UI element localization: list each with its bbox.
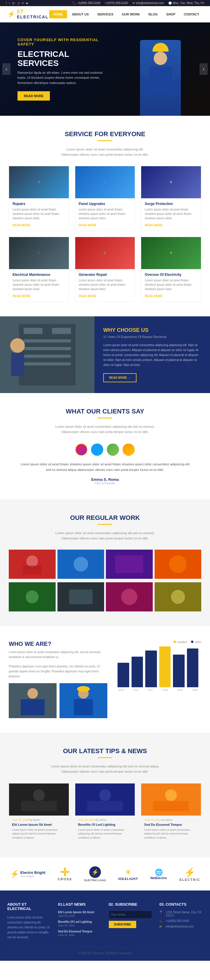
avatar-mike[interactable] bbox=[123, 444, 135, 456]
svg-rect-17 bbox=[23, 566, 41, 574]
top-email: ✉ info@etelectrical.com bbox=[132, 2, 164, 5]
partner-electric-logo[interactable]: ⚡ ELECTRIC LOGO bbox=[84, 866, 106, 882]
who-left-content: WHO WE ARE? Lorem ipsum dolor sit amet c… bbox=[9, 641, 107, 718]
top-phone-1: 📞 +1(800) 555-0100 bbox=[72, 2, 100, 5]
footer-email-input[interactable] bbox=[109, 911, 152, 918]
logo-name: ELECTRICAL bbox=[17, 15, 49, 19]
chart-label-2020: 2020 bbox=[189, 689, 201, 691]
twitter-icon[interactable]: t bbox=[9, 2, 10, 5]
partner-idealight[interactable]: ☀ IDEALIGHT bbox=[118, 867, 138, 881]
news-date-3: June 25, 2018 By admin bbox=[144, 818, 198, 821]
youtube-icon[interactable]: ▶ bbox=[26, 2, 29, 5]
google-plus-icon[interactable]: g+ bbox=[12, 2, 16, 5]
phone-icon: 📞 bbox=[72, 2, 76, 5]
chart-label-2017: 2017 bbox=[145, 689, 157, 691]
who-images bbox=[9, 683, 107, 718]
facebook-icon[interactable]: f bbox=[6, 2, 7, 5]
top-phone-2: +1(975) 665-0160 bbox=[105, 2, 128, 5]
partner-electro-bright[interactable]: ⚡ Electro Bright Your slogan bbox=[10, 870, 46, 878]
footer-news-link-2[interactable]: Benefits Of Led Lighting bbox=[58, 920, 102, 923]
worker-helmet bbox=[153, 43, 169, 52]
service-card-maintenance: 🔌 Electrical Maintenance Lorem ipsum dol… bbox=[9, 237, 69, 302]
footer-news-date-1: June 25, 2018 bbox=[58, 915, 102, 917]
main-nav: HOME ABOUT US SERVICES OUR WORK BLOG SHO… bbox=[49, 10, 203, 18]
service-link-generator[interactable]: read more bbox=[79, 294, 97, 298]
service-link-maintenance[interactable]: read more bbox=[13, 294, 30, 298]
service-link-panel[interactable]: read more bbox=[79, 224, 97, 227]
service-card-overuse: 💡 Overuse Of Electricity Lorem ipsum dol… bbox=[141, 237, 201, 302]
nav-blog[interactable]: BLOG bbox=[145, 10, 161, 18]
nav-shop[interactable]: SHOP bbox=[163, 10, 179, 18]
svg-rect-44 bbox=[87, 801, 123, 811]
nav-about[interactable]: ABOUT US bbox=[68, 10, 92, 18]
footer-col-news: 01.LAST NEWS Elit Lorem Ipsum Sit Amet J… bbox=[58, 902, 102, 940]
avatar-emma[interactable] bbox=[75, 444, 88, 456]
social-icons: f t g+ p in ▶ bbox=[6, 2, 29, 5]
services-divider bbox=[98, 140, 112, 141]
service-img-maintenance: 🔌 bbox=[9, 237, 69, 269]
footer-news-link-3[interactable]: Sed Do Eiusmod Tempor bbox=[58, 930, 102, 933]
footer-col-contacts: 03. CONTACTS 📍 1234 Street Name, City, X… bbox=[159, 902, 203, 940]
regular-work-divider bbox=[98, 524, 112, 525]
svg-point-16 bbox=[26, 555, 38, 567]
service-text-maintenance: Lorem ipsum dolor sit amet finiam shoelo… bbox=[13, 278, 65, 291]
svg-point-38 bbox=[77, 686, 90, 692]
nav-services[interactable]: SERVICES bbox=[94, 10, 117, 18]
partner-cross[interactable]: ✛ CROSS bbox=[58, 867, 72, 881]
hero-read-more-button[interactable]: READ MORE bbox=[18, 91, 50, 100]
logo-text: ET ELECTRICAL bbox=[17, 9, 49, 19]
footer-about-text: Lorem ipsum dolor sit amet consectetur a… bbox=[7, 915, 51, 940]
service-text-overuse: Lorem ipsum dolor sit amet finiam shoelo… bbox=[145, 278, 197, 291]
svg-rect-27 bbox=[69, 590, 92, 604]
electric-logo-label: ELECTRIC LOGO bbox=[84, 879, 106, 882]
chart-legend-label: Installed bbox=[177, 641, 187, 644]
testimonial-name: Emma S. Roma bbox=[9, 477, 201, 482]
pinterest-icon[interactable]: p bbox=[18, 2, 19, 5]
chart-bar-2019 bbox=[173, 655, 185, 687]
linkedin-icon[interactable]: in bbox=[22, 2, 24, 5]
news-excerpt-3: Lorem ipsum dolor sit amet consectetur a… bbox=[144, 828, 198, 840]
service-link-repairs[interactable]: read more bbox=[13, 224, 30, 227]
nav-home[interactable]: HOME bbox=[49, 10, 67, 18]
chart-bar-2016 bbox=[132, 657, 143, 687]
top-bar: f t g+ p in ▶ 📞 +1(800) 555-0100 +1(975)… bbox=[0, 0, 210, 6]
nav-contact[interactable]: CONTACT bbox=[180, 10, 203, 18]
svg-point-31 bbox=[171, 590, 185, 604]
footer-news-link-1[interactable]: Elit Lorem Ipsum Sit Amet bbox=[58, 911, 102, 914]
who-text-1: Lorem ipsum dolor sit amet consectetur a… bbox=[9, 650, 107, 660]
service-img-repairs: ⚡ bbox=[9, 166, 69, 198]
service-img-surge: 🛡️ bbox=[141, 166, 201, 198]
netelectric-label: NetElectric bbox=[151, 876, 167, 880]
service-title-panel: Panel Upgrades bbox=[79, 202, 132, 206]
nav-work[interactable]: OUR WORK bbox=[118, 10, 143, 18]
service-link-surge[interactable]: read more bbox=[145, 224, 162, 227]
service-link-overuse[interactable]: read more bbox=[145, 294, 162, 298]
svg-rect-10 bbox=[24, 347, 71, 350]
service-text-generator: Lorem ipsum dolor sit amet finiam shoelo… bbox=[79, 278, 132, 291]
partner-electric[interactable]: ⚡ ELECTRIC bbox=[180, 867, 200, 881]
header: ⚡ ET ELECTRICAL HOME ABOUT US SERVICES O… bbox=[0, 6, 210, 22]
svg-point-46 bbox=[165, 789, 177, 801]
chart-label-2018: 2018 bbox=[159, 689, 172, 691]
hero-prev-arrow[interactable]: ‹ bbox=[2, 63, 11, 75]
worker-right-arm bbox=[171, 76, 181, 96]
who-right-chart: Installed Other 2015 2016 2017 2018 2019… bbox=[115, 641, 201, 691]
footer-subscribe-button[interactable]: Subscribe bbox=[109, 921, 137, 928]
footer-news-item-3: Sed Do Eiusmod Tempor June 25, 2018 bbox=[58, 930, 102, 937]
avatar-john[interactable] bbox=[91, 444, 103, 456]
news-title-2: Benefits Of Led Lighting bbox=[78, 822, 132, 827]
news-card-2: June 25, 2018 By admin Benefits Of Led L… bbox=[75, 783, 135, 843]
hero-next-arrow[interactable]: › bbox=[199, 63, 208, 75]
logo[interactable]: ⚡ ET ELECTRICAL bbox=[7, 9, 49, 19]
partner-netelectric[interactable]: 🌐 NetElectric bbox=[151, 869, 167, 880]
avatar-sara[interactable] bbox=[107, 444, 119, 456]
who-img-2 bbox=[59, 683, 107, 718]
electrobright-name: Electro Bright bbox=[21, 871, 46, 875]
electric-bolt-icon: ⚡ bbox=[184, 867, 196, 878]
work-grid-row1 bbox=[9, 550, 201, 579]
why-read-more-button[interactable]: READ MORE → bbox=[103, 373, 137, 382]
worker-body-shape bbox=[140, 40, 181, 116]
service-img-overuse: 💡 bbox=[141, 237, 201, 269]
chart-bars bbox=[115, 646, 201, 687]
news-card-1: June 25, 2018 By admin Elit Lorem Ipsum … bbox=[9, 783, 69, 843]
